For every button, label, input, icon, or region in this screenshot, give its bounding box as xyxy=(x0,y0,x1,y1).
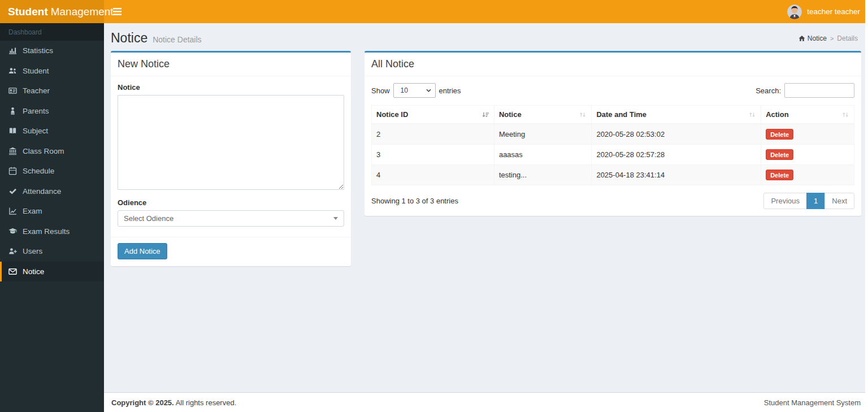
notice-textarea[interactable] xyxy=(118,95,344,190)
add-notice-button[interactable]: Add Notice xyxy=(118,243,167,259)
search-control: Search: xyxy=(756,83,854,98)
entries-label: entries xyxy=(439,86,461,95)
sidebar-item-class-room[interactable]: Class Room xyxy=(0,141,104,162)
cell-notice-id: 2 xyxy=(372,124,494,145)
sidebar-item-notice[interactable]: Notice xyxy=(0,262,104,282)
sidebar-item-label: Notice xyxy=(23,267,44,276)
chevron-down-icon xyxy=(333,217,338,220)
delete-button[interactable]: Delete xyxy=(766,129,793,140)
table-header-row: Notice ID Notice xyxy=(372,106,854,124)
delete-button[interactable]: Delete xyxy=(766,170,793,180)
sort-both-icon xyxy=(748,111,756,119)
new-notice-card-title: New Notice xyxy=(111,53,351,76)
user-plus-icon xyxy=(8,247,17,255)
notice-table: Notice ID Notice xyxy=(371,105,854,185)
sidebar-item-label: Exam xyxy=(23,207,42,215)
copyright-rest: All rights reserved. xyxy=(176,398,237,407)
sidebar-item-label: Subject xyxy=(23,127,48,135)
hamburger-icon xyxy=(113,8,121,15)
search-input[interactable] xyxy=(784,83,854,98)
page-footer: Copyright © 2025. All rights reserved. S… xyxy=(104,392,868,412)
calendar-icon xyxy=(8,167,17,175)
bar-chart-icon xyxy=(8,46,17,55)
bank-icon xyxy=(8,147,17,155)
sidebar-menu: Statistics Student Teacher Parents Subje… xyxy=(0,41,104,281)
cell-notice: Meeting xyxy=(494,124,592,145)
column-header-notice[interactable]: Notice xyxy=(494,106,592,124)
sort-asc-icon xyxy=(481,111,489,119)
sidebar: Dashboard Statistics Student Teacher Par… xyxy=(0,23,104,412)
footer-app-name: Student Management System xyxy=(764,398,861,407)
brand-logo[interactable]: Student Management xyxy=(0,0,104,23)
sidebar-item-subject[interactable]: Subject xyxy=(0,121,104,141)
person-icon xyxy=(8,107,17,115)
new-notice-footer: Add Notice xyxy=(111,237,351,266)
home-icon xyxy=(798,35,805,42)
cell-datetime: 2025-04-18 23:41:14 xyxy=(592,165,761,185)
check-icon xyxy=(8,187,17,196)
new-notice-card: New Notice Notice Odience Select Odience… xyxy=(111,51,351,266)
audience-select[interactable]: Select Odience xyxy=(118,210,344,227)
datatable-controls: Show 10 entries Search: xyxy=(371,83,854,98)
column-header-date-time[interactable]: Date and Time xyxy=(592,106,761,124)
new-notice-form: Notice Odience Select Odience xyxy=(111,76,351,237)
page-length-select[interactable]: 10 xyxy=(393,83,436,98)
user-name: teacher teacher xyxy=(807,7,860,16)
page-header: Notice Notice Details Notice > Details xyxy=(104,23,868,51)
show-label: Show xyxy=(371,86,390,95)
sidebar-item-attendance[interactable]: Attendance xyxy=(0,181,104,202)
user-menu[interactable]: teacher teacher xyxy=(787,0,868,23)
sidebar-item-parents[interactable]: Parents xyxy=(0,101,104,122)
line-chart-icon xyxy=(8,207,17,215)
pagination: Previous 1 Next xyxy=(763,193,854,209)
sidebar-item-label: Teacher xyxy=(23,86,50,95)
brand-light: Management xyxy=(51,6,114,18)
delete-button[interactable]: Delete xyxy=(766,149,793,160)
scrollbar-track[interactable] xyxy=(865,0,868,412)
pagination-previous[interactable]: Previous xyxy=(763,193,807,209)
all-notice-card: All Notice Show 10 entries Search: xyxy=(364,51,861,216)
cell-datetime: 2020-05-28 02:53:02 xyxy=(592,124,761,145)
sidebar-item-schedule[interactable]: Schedule xyxy=(0,161,104,181)
cell-notice-id: 3 xyxy=(372,145,494,165)
envelope-icon xyxy=(8,267,17,276)
brand-bold: Student xyxy=(8,6,48,18)
datatable-footer: Showing 1 to 3 of 3 entries Previous 1 N… xyxy=(371,193,854,209)
breadcrumb-section-label: Notice xyxy=(808,34,827,42)
sidebar-item-teacher[interactable]: Teacher xyxy=(0,81,104,101)
audience-field-label: Odience xyxy=(118,198,344,207)
sidebar-item-student[interactable]: Student xyxy=(0,61,104,81)
table-row: 2 Meeting 2020-05-28 02:53:02 Delete xyxy=(372,124,854,145)
top-navbar: Student Management xyxy=(0,0,868,23)
page-length-control: Show 10 entries xyxy=(371,83,461,98)
copyright: Copyright © 2025. All rights reserved. xyxy=(111,398,236,407)
sidebar-item-exam-results[interactable]: Exam Results xyxy=(0,222,104,242)
sidebar-item-users[interactable]: Users xyxy=(0,241,104,262)
graduation-cap-icon xyxy=(8,227,17,236)
cell-datetime: 2020-05-28 02:57:28 xyxy=(592,145,761,165)
sidebar-item-statistics[interactable]: Statistics xyxy=(0,41,104,61)
breadcrumb-current: Details xyxy=(837,34,858,42)
page-subtitle: Notice Details xyxy=(153,35,201,44)
cell-action: Delete xyxy=(761,124,854,145)
sidebar-item-label: Parents xyxy=(23,107,49,115)
column-header-notice-id[interactable]: Notice ID xyxy=(372,106,494,124)
sidebar-item-label: Users xyxy=(23,247,42,255)
sidebar-item-label: Statistics xyxy=(23,46,53,55)
sidebar-item-label: Class Room xyxy=(23,147,64,155)
sidebar-item-exam[interactable]: Exam xyxy=(0,201,104,222)
sidebar-item-label: Attendance xyxy=(23,187,61,196)
sort-both-icon xyxy=(579,111,587,119)
pagination-page-1[interactable]: 1 xyxy=(807,193,825,209)
breadcrumb: Notice > Details xyxy=(798,34,858,42)
breadcrumb-section-link[interactable]: Notice xyxy=(798,34,827,42)
cell-action: Delete xyxy=(761,145,854,165)
all-notice-table-area: Show 10 entries Search: xyxy=(364,76,861,216)
all-notice-card-title: All Notice xyxy=(364,53,861,76)
sidebar-item-label: Exam Results xyxy=(23,227,70,236)
column-header-action[interactable]: Action xyxy=(761,106,854,124)
page-title-text: Notice xyxy=(111,31,147,46)
sort-both-icon xyxy=(841,111,849,119)
pagination-next[interactable]: Next xyxy=(825,193,854,209)
table-row: 4 testing... 2025-04-18 23:41:14 Delete xyxy=(372,165,854,185)
